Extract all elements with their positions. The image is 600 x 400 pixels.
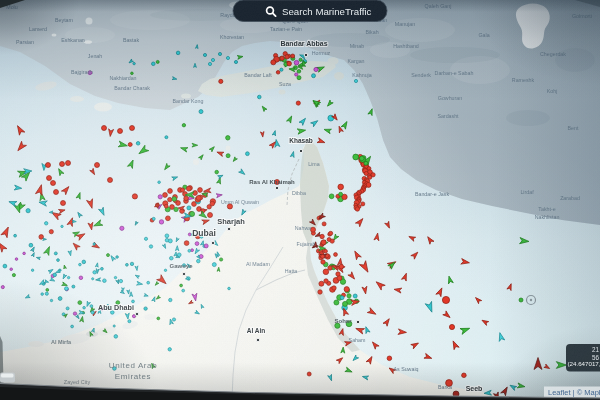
- svg-text:Hashtband: Hashtband: [393, 43, 419, 49]
- svg-text:Al Mirfa: Al Mirfa: [51, 339, 72, 345]
- svg-text:Nakhlistan: Nakhlistan: [535, 214, 560, 220]
- svg-text:Sohar: Sohar: [334, 318, 352, 324]
- svg-text:Darban-e Sabah: Darban-e Sabah: [435, 70, 474, 76]
- svg-text:Gala: Gala: [478, 32, 489, 38]
- svg-text:Suza: Suza: [279, 81, 291, 87]
- svg-text:Gawoye: Gawoye: [169, 263, 193, 269]
- svg-text:Seeb: Seeb: [466, 385, 483, 392]
- svg-text:Qaleh Ganj: Qaleh Ganj: [425, 3, 452, 9]
- svg-text:Manujan: Manujan: [395, 21, 415, 27]
- svg-text:Lirdaf: Lirdaf: [520, 189, 534, 195]
- svg-text:Tazian-e Pain: Tazian-e Pain: [270, 26, 302, 32]
- svg-text:Lima: Lima: [308, 161, 320, 167]
- svg-text:Nakhiardan: Nakhiardan: [109, 75, 136, 81]
- svg-text:Kargan: Kargan: [347, 58, 364, 64]
- svg-text:Hormuz: Hormuz: [312, 50, 331, 56]
- svg-text:Rayda: Rayda: [220, 12, 235, 18]
- svg-text:Senderk: Senderk: [411, 72, 431, 78]
- svg-text:Bandar Charak: Bandar Charak: [114, 85, 150, 91]
- svg-text:Nahwa: Nahwa: [295, 225, 312, 231]
- svg-text:Roudan: Roudan: [369, 17, 388, 23]
- svg-text:Kahnuja: Kahnuja: [352, 72, 371, 78]
- svg-text:Hatta: Hatta: [285, 268, 298, 274]
- svg-text:Parsian: Parsian: [16, 39, 34, 45]
- svg-text:Dubai: Dubai: [192, 228, 216, 238]
- svg-text:Eshkanan: Eshkanan: [61, 37, 85, 43]
- svg-text:Emirates: Emirates: [115, 372, 151, 381]
- svg-text:Bajgirash: Bajgirash: [71, 69, 93, 75]
- svg-text:Qal-e Qazi: Qal-e Qazi: [282, 18, 307, 24]
- svg-text:Bandar Laft: Bandar Laft: [244, 72, 272, 78]
- svg-text:Rameshk: Rameshk: [512, 77, 535, 83]
- svg-text:Khorestan: Khorestan: [220, 34, 244, 40]
- svg-text:Bandar-e Jask: Bandar-e Jask: [415, 191, 450, 197]
- svg-text:Bent: Bent: [568, 125, 579, 131]
- svg-text:Minab: Minab: [350, 43, 364, 49]
- svg-text:21: 21: [592, 346, 600, 353]
- svg-text:Chegerdak: Chegerdak: [540, 51, 566, 57]
- svg-text:Zarabad: Zarabad: [560, 195, 580, 201]
- svg-text:Lamerd: Lamerd: [29, 26, 47, 32]
- svg-text:Gowhuran: Gowhuran: [438, 95, 462, 101]
- svg-text:Bastak: Bastak: [123, 37, 140, 43]
- svg-text:Bandar Abbas: Bandar Abbas: [280, 40, 327, 47]
- svg-text:Sardasht: Sardasht: [437, 113, 459, 119]
- svg-text:(24.647017, 5: (24.647017, 5: [568, 360, 600, 367]
- svg-text:Kohj: Kohj: [547, 88, 558, 94]
- svg-text:Khasab: Khasab: [289, 137, 313, 144]
- svg-text:56: 56: [592, 354, 600, 361]
- svg-text:Search MarineTraffic: Search MarineTraffic: [282, 6, 372, 17]
- svg-text:Barka: Barka: [438, 384, 452, 390]
- svg-text:Bandar Kong: Bandar Kong: [173, 98, 204, 104]
- svg-text:Umm Al Quwain: Umm Al Quwain: [221, 199, 259, 205]
- svg-text:Dibba: Dibba: [292, 190, 306, 196]
- svg-text:Molu: Molu: [6, 4, 18, 10]
- svg-text:Bikah: Bikah: [365, 29, 378, 35]
- svg-text:Al Madam: Al Madam: [246, 261, 270, 267]
- svg-text:Fujairah: Fujairah: [296, 241, 315, 247]
- svg-text:As Suwaiq: As Suwaiq: [393, 366, 418, 372]
- svg-text:Zayed City: Zayed City: [64, 379, 91, 385]
- svg-text:Ras Al Khaimah: Ras Al Khaimah: [249, 179, 295, 185]
- svg-text:Jenah: Jenah: [88, 53, 102, 59]
- svg-text:Beytam: Beytam: [55, 17, 74, 23]
- svg-text:United Arab: United Arab: [109, 361, 157, 370]
- svg-text:Leaflet | © Mapbox: Leaflet | © Mapbox: [548, 388, 600, 397]
- svg-text:Golmorti: Golmorti: [572, 13, 592, 19]
- svg-text:Sharjah: Sharjah: [217, 217, 245, 226]
- svg-text:Al Ain: Al Ain: [247, 327, 266, 334]
- svg-text:Saham: Saham: [349, 337, 366, 343]
- svg-text:Abu Dhabi: Abu Dhabi: [98, 303, 134, 312]
- svg-text:Takht-e: Takht-e: [538, 206, 555, 212]
